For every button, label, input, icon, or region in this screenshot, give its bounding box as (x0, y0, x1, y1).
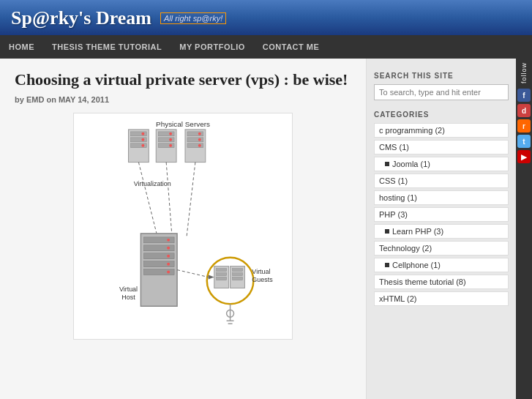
svg-text:Virtualization: Virtualization (134, 180, 171, 187)
svg-point-22 (198, 143, 201, 146)
meta-author: EMD (26, 95, 44, 104)
svg-point-15 (169, 143, 172, 146)
site-header: Sp@rky's Dream All right sp@rky! (0, 0, 532, 35)
sub-bullet-icon (385, 263, 389, 267)
cat-c-programming[interactable]: c programming (2) (374, 123, 509, 138)
cat-hosting[interactable]: hosting (1) (374, 190, 509, 205)
follow-label: follow (520, 62, 528, 83)
cat-cellphone[interactable]: Cellphone (1) (374, 258, 509, 272)
svg-text:Physical Servers: Physical Servers (156, 120, 210, 128)
svg-text:Guests: Guests (252, 276, 273, 283)
cat-css[interactable]: CSS (1) (374, 174, 509, 188)
navigation: HOME THESIS THEME TUTORIAL MY PORTFOLIO … (0, 35, 532, 59)
sub-bullet-icon (385, 229, 389, 234)
cat-technology[interactable]: Technology (2) (374, 241, 509, 256)
nav-thesis[interactable]: THESIS THEME TUTORIAL (43, 35, 171, 59)
svg-point-14 (169, 138, 172, 141)
search-input[interactable] (374, 84, 509, 100)
svg-point-39 (167, 270, 170, 273)
svg-point-8 (141, 143, 144, 146)
nav-contact[interactable]: CONTACT ME (254, 35, 329, 59)
svg-rect-44 (217, 277, 227, 280)
delicious-icon[interactable]: d (517, 104, 531, 117)
svg-point-20 (198, 132, 201, 135)
follow-bar: follow f d r t ▶ (516, 59, 532, 399)
search-section-title: SEARCH THIS SITE (374, 72, 509, 80)
cat-joomla[interactable]: Joomla (1) (374, 157, 509, 171)
meta-date: MAY 14, 2011 (59, 95, 109, 104)
svg-rect-48 (233, 277, 243, 280)
svg-point-21 (198, 138, 201, 141)
nav-portfolio[interactable]: MY PORTFOLIO (171, 35, 254, 59)
cat-php[interactable]: PHP (3) (374, 207, 509, 222)
svg-rect-43 (217, 272, 227, 275)
site-tagline: All right sp@rky! (160, 12, 226, 24)
svg-point-6 (141, 132, 144, 135)
svg-rect-47 (233, 272, 243, 275)
cat-thesis[interactable]: Thesis theme tutorial (8) (374, 275, 509, 289)
facebook-icon[interactable]: f (517, 89, 531, 102)
site-title: Sp@rky's Dream (11, 7, 151, 29)
article-title: Choosing a virtual private server (vps) … (15, 70, 351, 91)
svg-rect-0 (74, 113, 292, 339)
sidebar: SEARCH THIS SITE CATEGORIES c programmin… (366, 59, 516, 399)
meta-on: on (46, 95, 56, 104)
rss-icon[interactable]: r (517, 119, 531, 133)
svg-text:Host: Host (121, 294, 135, 301)
svg-text:Virtual: Virtual (252, 267, 270, 275)
sub-bullet-icon (385, 162, 389, 166)
svg-point-13 (169, 132, 172, 135)
cat-cms[interactable]: CMS (1) (374, 140, 509, 154)
svg-point-37 (167, 254, 170, 257)
svg-rect-46 (233, 268, 243, 271)
svg-text:Virtual: Virtual (119, 286, 138, 293)
nav-home[interactable]: HOME (0, 35, 43, 59)
cat-learn-php[interactable]: Learn PHP (3) (374, 224, 509, 239)
svg-point-38 (167, 262, 170, 265)
page-layout: Choosing a virtual private server (vps) … (0, 59, 532, 399)
main-content: Choosing a virtual private server (vps) … (0, 59, 366, 399)
youtube-icon[interactable]: ▶ (517, 150, 531, 163)
meta-by: by (15, 95, 24, 104)
article-image: Physical Servers (73, 113, 293, 340)
cat-xhtml[interactable]: xHTML (2) (374, 291, 509, 306)
svg-point-35 (167, 238, 170, 241)
svg-point-7 (141, 138, 144, 141)
svg-rect-42 (217, 268, 227, 271)
twitter-icon[interactable]: t (517, 135, 531, 148)
article-meta: by EMD on MAY 14, 2011 (15, 95, 351, 104)
svg-point-36 (167, 246, 170, 249)
categories-title: CATEGORIES (374, 111, 509, 119)
